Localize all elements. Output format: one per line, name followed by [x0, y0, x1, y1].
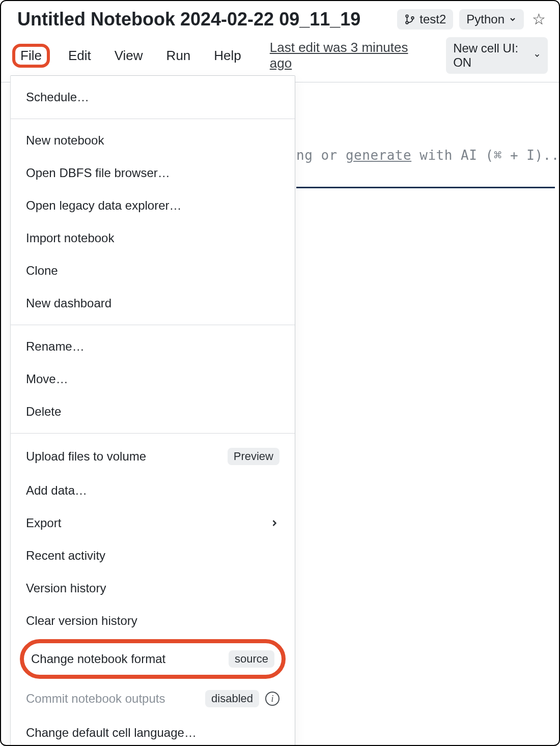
- new-cell-ui-toggle[interactable]: New cell UI: ON: [446, 37, 548, 74]
- compute-label: test2: [419, 12, 446, 26]
- last-edit-link[interactable]: Last edit was 3 minutes ago: [265, 38, 419, 73]
- attach-compute-button[interactable]: test2: [397, 9, 453, 30]
- notebook-cell[interactable]: ng or generate with AI (⌘ + I)...: [296, 76, 555, 188]
- new-cell-ui-label: New cell UI: ON: [453, 41, 529, 70]
- chevron-right-icon: [269, 518, 279, 528]
- file-menu-import-notebook[interactable]: Import notebook: [11, 222, 295, 254]
- file-menu-schedule[interactable]: Schedule…: [11, 81, 295, 113]
- file-menu-dropdown: Schedule… New notebook Open DBFS file br…: [10, 75, 295, 746]
- svg-point-1: [406, 21, 408, 24]
- cell-placeholder: ng or generate with AI (⌘ + I)...: [296, 148, 560, 163]
- svg-point-2: [411, 16, 414, 19]
- file-menu-add-data[interactable]: Add data…: [11, 474, 295, 507]
- file-menu-clear-version-history[interactable]: Clear version history: [11, 605, 295, 637]
- file-menu-new-dashboard[interactable]: New dashboard: [11, 287, 295, 320]
- file-menu-open-legacy-explorer[interactable]: Open legacy data explorer…: [11, 189, 295, 222]
- menu-view[interactable]: View: [109, 46, 148, 66]
- highlight-change-format: Change notebook format source: [20, 639, 286, 679]
- chevron-down-icon: [534, 51, 541, 60]
- branch-icon: [404, 14, 415, 25]
- info-icon[interactable]: i: [265, 692, 279, 706]
- language-select[interactable]: Python: [459, 9, 524, 30]
- file-menu-clone[interactable]: Clone: [11, 254, 295, 287]
- file-menu-change-default-language[interactable]: Change default cell language…: [11, 716, 295, 746]
- file-menu-move[interactable]: Move…: [11, 363, 295, 395]
- file-menu-upload-volume[interactable]: Upload files to volume Preview: [11, 439, 295, 474]
- notebook-title[interactable]: Untitled Notebook 2024-02-22 09_11_19: [17, 9, 391, 30]
- menu-help[interactable]: Help: [209, 46, 246, 66]
- file-menu-recent-activity[interactable]: Recent activity: [11, 539, 295, 572]
- file-menu-version-history[interactable]: Version history: [11, 572, 295, 605]
- preview-badge: Preview: [228, 448, 279, 465]
- file-menu-commit-outputs: Commit notebook outputs disabled i: [11, 681, 295, 716]
- file-menu-rename[interactable]: Rename…: [11, 330, 295, 363]
- commit-outputs-badge: disabled: [205, 690, 259, 707]
- file-menu-export[interactable]: Export: [11, 507, 295, 539]
- format-badge: source: [229, 650, 274, 668]
- file-menu-delete[interactable]: Delete: [11, 395, 295, 428]
- file-menu-open-dbfs[interactable]: Open DBFS file browser…: [11, 157, 295, 189]
- file-menu-new-notebook[interactable]: New notebook: [11, 124, 295, 157]
- menu-edit[interactable]: Edit: [63, 46, 96, 66]
- menu-run[interactable]: Run: [161, 46, 196, 66]
- language-label: Python: [466, 12, 505, 26]
- chevron-down-icon: [509, 15, 517, 23]
- favorite-star-button[interactable]: ☆: [530, 8, 548, 30]
- notebook-header: Untitled Notebook 2024-02-22 09_11_19 te…: [1, 1, 559, 32]
- file-menu-change-format[interactable]: Change notebook format source: [30, 648, 275, 670]
- menu-file[interactable]: File: [12, 44, 50, 68]
- svg-point-0: [406, 15, 408, 17]
